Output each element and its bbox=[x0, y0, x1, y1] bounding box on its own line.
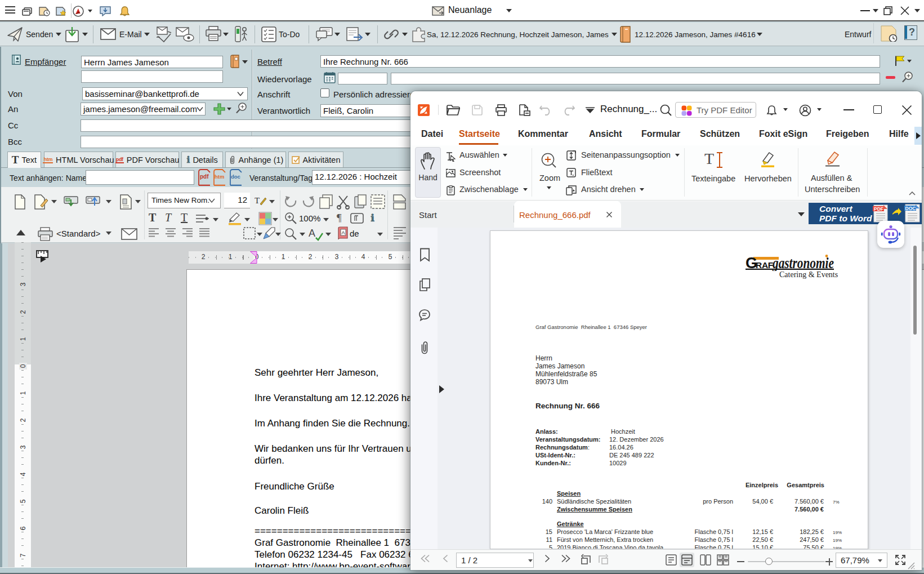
svg-text:T: T bbox=[255, 196, 260, 205]
svg-text:G: G bbox=[746, 255, 757, 271]
svg-text:RAF: RAF bbox=[756, 260, 773, 270]
svg-text:A: A bbox=[309, 228, 315, 239]
svg-text:gastronomie: gastronomie bbox=[772, 255, 834, 272]
svg-text:PDF: PDF bbox=[874, 206, 883, 212]
svg-text:A: A bbox=[342, 230, 345, 235]
svg-text:htm: htm bbox=[215, 173, 224, 180]
svg-text:pdf: pdf bbox=[200, 173, 209, 180]
svg-text:DOC: DOC bbox=[905, 206, 916, 211]
svg-text:doc: doc bbox=[231, 173, 240, 180]
